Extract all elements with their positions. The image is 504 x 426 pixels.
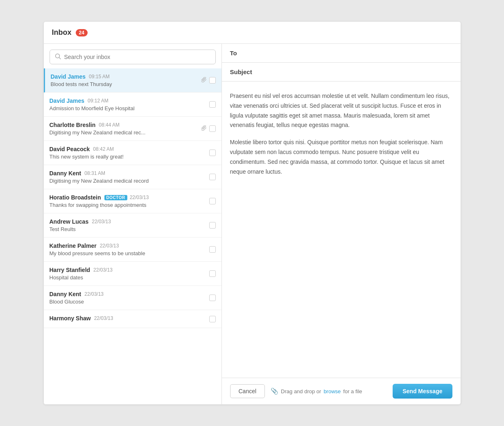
email-sender: Harmony Shaw (50, 315, 91, 322)
email-list: David James09:15 AMBlood tests next Thur… (44, 68, 221, 404)
email-content: Harry Stanfield22/03/13Hospital dates (50, 267, 206, 281)
doctor-badge: DOCTOR (104, 195, 127, 200)
drag-drop-text: Drag and drop or (281, 388, 321, 394)
email-content: David James09:15 AMBlood tests next Thur… (51, 73, 198, 87)
email-time: 08:44 AM (99, 122, 120, 128)
email-content: Danny Kent22/03/13Blood Glucose (50, 291, 206, 305)
email-actions (209, 295, 216, 301)
attachment-icon (201, 125, 207, 132)
email-sender: Katherine Palmer (50, 242, 97, 249)
email-checkbox[interactable] (209, 174, 216, 180)
browse-suffix: for a file (343, 388, 362, 394)
subject-label: Subject (230, 68, 259, 75)
inbox-badge: 24 (76, 29, 88, 36)
app-container: Inbox 24 David James09:15 AMBlood tests … (43, 21, 461, 405)
email-item[interactable]: David James09:12 AMAdmission to Moorfiel… (44, 93, 221, 117)
email-checkbox[interactable] (209, 198, 216, 204)
email-content: Charlotte Breslin08:44 AMDigitising my N… (50, 122, 198, 136)
email-content: Andrew Lucas22/03/13Test Reults (50, 218, 206, 232)
email-sender: Danny Kent (50, 170, 81, 177)
right-panel: To Subject Praesent eu nisl vel eros acc… (222, 44, 461, 404)
email-item[interactable]: Danny Kent22/03/13Blood Glucose (44, 286, 221, 310)
email-actions (209, 198, 216, 204)
svg-line-1 (59, 58, 61, 59)
email-actions (209, 101, 216, 108)
email-checkbox[interactable] (209, 295, 216, 301)
paperclip-icon: 📎 (271, 387, 278, 395)
email-subject: Blood tests next Thursday (51, 81, 198, 87)
send-message-button[interactable]: Send Message (393, 384, 452, 399)
subject-input[interactable] (259, 69, 452, 75)
email-checkbox[interactable] (209, 77, 216, 84)
main-layout: David James09:15 AMBlood tests next Thur… (44, 44, 461, 404)
email-actions (209, 222, 216, 229)
email-checkbox[interactable] (209, 222, 216, 229)
email-checkbox[interactable] (209, 150, 216, 156)
email-time: 22/03/13 (84, 291, 104, 297)
email-time: 08:42 AM (93, 146, 114, 152)
browse-link[interactable]: browse (323, 388, 341, 394)
inbox-header: Inbox 24 (44, 22, 461, 44)
email-actions (209, 270, 216, 277)
email-checkbox[interactable] (209, 270, 216, 277)
email-checkbox[interactable] (209, 125, 216, 132)
email-item[interactable]: Harry Stanfield22/03/13Hospital dates (44, 262, 221, 286)
email-subject: Digitising my New Zealand medical record (50, 178, 206, 184)
email-sender: Horatio Broadstein (50, 194, 101, 201)
email-sender: David James (51, 73, 86, 80)
email-time: 22/03/13 (92, 219, 111, 224)
email-actions (209, 246, 216, 253)
to-input[interactable] (259, 50, 452, 57)
email-subject: Hospital dates (50, 274, 206, 281)
email-subject: Test Reults (50, 226, 206, 232)
email-content: Danny Kent08:31 AMDigitising my New Zeal… (50, 170, 206, 184)
email-sender: Andrew Lucas (50, 218, 89, 225)
email-item[interactable]: David James09:15 AMBlood tests next Thur… (44, 68, 221, 93)
email-subject: Thanks for swapping those appointments (50, 202, 206, 208)
email-item[interactable]: David Peacock08:42 AMThis new system is … (44, 141, 221, 165)
email-content: David Peacock08:42 AMThis new system is … (50, 146, 206, 160)
email-item[interactable]: Horatio BroadsteinDOCTOR22/03/13Thanks f… (44, 189, 221, 213)
email-content: Katherine Palmer22/03/13My blood pressur… (50, 242, 206, 256)
email-checkbox[interactable] (209, 316, 216, 322)
email-time: 22/03/13 (100, 243, 119, 249)
cancel-button[interactable]: Cancel (230, 384, 265, 398)
email-item[interactable]: Danny Kent08:31 AMDigitising my New Zeal… (44, 165, 221, 189)
email-checkbox[interactable] (209, 246, 216, 253)
search-wrap (44, 44, 221, 68)
email-item[interactable]: Harmony Shaw22/03/13 (44, 310, 221, 328)
email-time: 09:15 AM (89, 74, 110, 79)
search-icon (55, 53, 61, 61)
email-checkbox[interactable] (209, 101, 216, 108)
email-content: Horatio BroadsteinDOCTOR22/03/13Thanks f… (50, 194, 206, 208)
email-actions (209, 316, 216, 322)
sidebar: David James09:15 AMBlood tests next Thur… (44, 44, 222, 404)
email-subject: Blood Glucose (50, 299, 206, 305)
compose-header: To Subject (222, 44, 461, 82)
email-subject: This new system is really great! (50, 154, 206, 160)
subject-row: Subject (222, 63, 461, 81)
email-time: 22/03/13 (130, 195, 149, 200)
to-label: To (230, 50, 259, 57)
search-box (50, 50, 216, 64)
email-actions (209, 174, 216, 180)
attachment-icon (201, 77, 207, 84)
email-subject: My blood pressure seems to be unstable (50, 250, 206, 256)
email-time: 09:12 AM (88, 98, 108, 104)
email-time: 22/03/13 (93, 267, 113, 273)
inbox-title: Inbox (52, 28, 72, 37)
search-input[interactable] (64, 54, 210, 60)
email-actions (209, 150, 216, 156)
email-sender: Charlotte Breslin (50, 122, 96, 128)
attach-info: 📎 Drag and drop or browse for a file (271, 387, 387, 395)
email-item[interactable]: Andrew Lucas22/03/13Test Reults (44, 213, 221, 238)
email-subject: Digitising my New Zealand medical rec... (50, 129, 198, 136)
email-actions (201, 77, 216, 84)
email-item[interactable]: Katherine Palmer22/03/13My blood pressur… (44, 238, 221, 262)
email-item[interactable]: Charlotte Breslin08:44 AMDigitising my N… (44, 117, 221, 141)
email-sender: Danny Kent (50, 291, 81, 297)
email-content: David James09:12 AMAdmission to Moorfiel… (50, 97, 206, 111)
email-body: Praesent eu nisl vel eros accumsan moles… (222, 82, 461, 378)
email-sender: David Peacock (50, 146, 90, 152)
compose-footer: Cancel 📎 Drag and drop or browse for a f… (222, 378, 461, 404)
